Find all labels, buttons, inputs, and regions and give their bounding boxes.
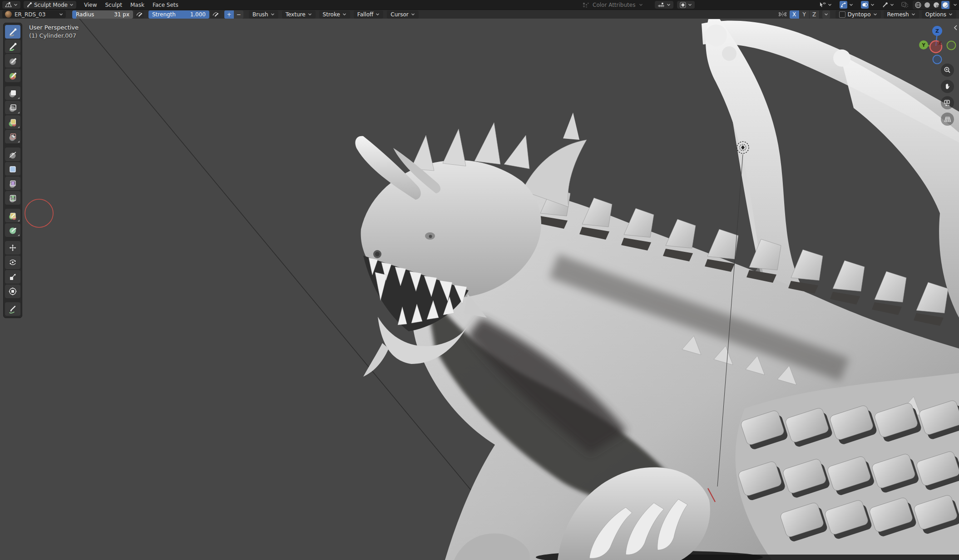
blender-window: Z Y X User Perspective (1) Cylinder.007: [0, 0, 959, 560]
mirror-options-button[interactable]: [822, 10, 830, 19]
gizmo-y-label: Y: [921, 43, 925, 48]
gizmo-z-label: Z: [935, 28, 939, 34]
grab-tool-button[interactable]: [5, 162, 20, 176]
brush-circle-icon: [680, 2, 686, 8]
strength-value: 1.000: [190, 11, 206, 18]
brush-display-button[interactable]: [677, 1, 695, 9]
blob-tool-button[interactable]: [5, 115, 20, 129]
show-overlays-icon: [862, 2, 868, 8]
strength-pressure-toggle[interactable]: [211, 10, 220, 19]
chevron-down-icon: [870, 3, 875, 6]
camera-view-button[interactable]: [941, 96, 954, 109]
elastic-deform-tool-button[interactable]: [5, 177, 20, 190]
direction-subtract-button[interactable]: −: [234, 10, 243, 19]
transform-tool-button[interactable]: [5, 285, 20, 298]
subtool-corner-indicator: [18, 126, 20, 128]
annotate-tool-button[interactable]: [5, 302, 20, 316]
menu-sculpt[interactable]: Sculpt: [101, 0, 126, 10]
rotate-icon: [8, 258, 17, 267]
perspective-toggle-button[interactable]: [941, 113, 954, 126]
strength-slider[interactable]: Strength 1.000: [148, 10, 209, 19]
clay-tool-button[interactable]: [5, 54, 20, 68]
clay-strips-tool-button[interactable]: [5, 69, 20, 82]
eyedropper-icon: [882, 2, 888, 8]
texture-panel-button[interactable]: Texture: [282, 10, 316, 19]
scale-icon: [8, 272, 17, 281]
mask-tool-button[interactable]: [5, 223, 20, 237]
radius-slider[interactable]: Radius 31 px: [72, 10, 133, 19]
viewport-3d-scene[interactable]: Z Y X User Perspective (1) Cylinder.007: [0, 0, 959, 560]
falloff-preset-button[interactable]: [655, 1, 673, 9]
radius-pressure-toggle[interactable]: [134, 10, 144, 19]
layer-icon: [8, 88, 17, 98]
gizmo-y-neg-axis[interactable]: [947, 41, 956, 50]
brush-panels: BrushTextureStrokeFalloffCursor: [249, 10, 419, 19]
editor-type-button[interactable]: [2, 1, 20, 9]
draw-tool-button[interactable]: [5, 25, 20, 39]
chevron-down-icon: [890, 3, 894, 6]
object-visibility-button[interactable]: [816, 1, 835, 9]
stroke-panel-button[interactable]: Stroke: [319, 10, 350, 19]
options-panel-button[interactable]: Options: [922, 10, 956, 19]
mode-selector[interactable]: Sculpt Mode: [24, 1, 76, 9]
brush-panel-button[interactable]: Brush: [249, 10, 278, 19]
symmetry-icon: [778, 11, 787, 18]
chevron-down-icon: [828, 3, 832, 6]
blob-icon: [8, 118, 17, 127]
dyntopo-panel-button[interactable]: Dyntopo: [835, 10, 881, 19]
eyedropper-button[interactable]: [880, 1, 897, 9]
chevron-down-icon: [59, 13, 63, 16]
mirror-y-button[interactable]: Y: [800, 10, 810, 19]
layer-tool-button[interactable]: [5, 86, 20, 100]
magnifier-plus-icon: [944, 66, 951, 74]
mirror-x-button[interactable]: X: [790, 10, 800, 19]
subtool-corner-indicator: [18, 141, 20, 142]
plus-icon: +: [227, 11, 231, 18]
draw-face-sets-tool-button[interactable]: [5, 209, 20, 222]
crease-icon: [8, 132, 17, 141]
direction-add-button[interactable]: +: [224, 10, 234, 19]
brush-thumbnail: [5, 11, 12, 18]
chevron-down-icon: [849, 3, 853, 6]
scale-tool-button[interactable]: [5, 270, 20, 284]
inflate-tool-button[interactable]: [5, 101, 20, 114]
falloff-panel-button[interactable]: Falloff: [354, 10, 383, 19]
dyntopo-checkbox[interactable]: [839, 11, 845, 18]
shading-wireframe-icon[interactable]: [914, 1, 922, 9]
flatten-icon: [8, 150, 17, 159]
subtool-corner-indicator: [18, 97, 20, 99]
move-tool-button[interactable]: [5, 241, 20, 255]
menu-view[interactable]: View: [80, 0, 101, 10]
shading-solid-icon[interactable]: [923, 1, 931, 9]
tool-settings-bar: ER_RDS_03 Radius 31 px Strength 1.000: [0, 10, 959, 19]
radius-value: 31 px: [114, 11, 129, 18]
draw-sharp-tool-button[interactable]: [5, 39, 20, 53]
stroke-label: Stroke: [323, 11, 340, 18]
rotate-tool-button[interactable]: [5, 255, 20, 269]
menu-mask[interactable]: Mask: [126, 0, 148, 10]
shading-material-preview-icon[interactable]: [932, 1, 940, 9]
remesh-panel-button[interactable]: Remesh: [884, 10, 919, 19]
transform-icon: [8, 287, 17, 296]
pose-tool-button[interactable]: [5, 191, 20, 205]
mirror-z-button[interactable]: Z: [810, 10, 820, 19]
chevron-down-icon: [639, 3, 643, 6]
gizmo-z-neg-axis[interactable]: [933, 55, 942, 64]
xray-toggle-icon[interactable]: [901, 1, 909, 8]
sidebar-collapse-arrow[interactable]: [954, 25, 957, 32]
annotate-icon: [8, 305, 17, 314]
pan-button[interactable]: [941, 80, 954, 93]
cursor-panel-button[interactable]: Cursor: [387, 10, 418, 19]
chevron-down-icon: [949, 13, 953, 16]
falloff-label: Falloff: [357, 11, 373, 18]
crease-tool-button[interactable]: [5, 130, 20, 143]
clay-icon: [8, 56, 17, 65]
chevron-down-icon[interactable]: [953, 3, 957, 6]
show-gizmos-button[interactable]: [837, 1, 856, 9]
brush-selector[interactable]: ER_RDS_03: [2, 10, 66, 18]
shading-rendered-icon[interactable]: [941, 1, 949, 9]
flatten-tool-button[interactable]: [5, 147, 20, 161]
menu-face-sets[interactable]: Face Sets: [148, 0, 183, 10]
zoom-button[interactable]: [941, 64, 954, 77]
show-overlays-button[interactable]: [858, 1, 877, 9]
